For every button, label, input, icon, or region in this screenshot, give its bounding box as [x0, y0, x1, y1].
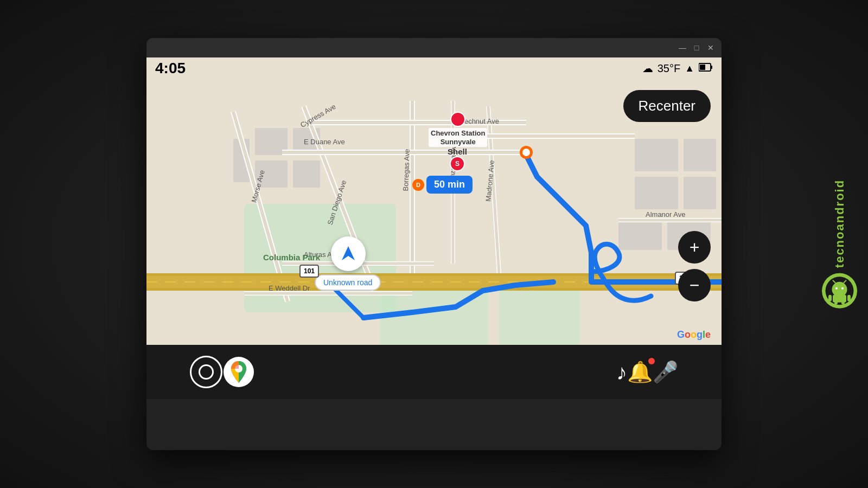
status-time: 4:05	[155, 60, 186, 77]
notifications-button[interactable]: 🔔	[627, 360, 653, 384]
unknown-road-badge: Unknown road	[315, 274, 381, 291]
close-button[interactable]: ✕	[706, 43, 715, 52]
chevron-label: Chevron StationSunnyvale	[429, 128, 487, 147]
battery-icon	[699, 62, 713, 75]
notifications-icon: 🔔	[627, 360, 653, 384]
zoom-in-button[interactable]: +	[678, 231, 711, 264]
svg-rect-55	[828, 295, 832, 301]
microphone-icon: 🎤	[653, 360, 678, 384]
recenter-button[interactable]: Recenter	[623, 90, 711, 122]
map-area: 4:05 ☁ 35°F ▲ Recenter C	[146, 57, 722, 345]
svg-rect-58	[841, 301, 845, 305]
brand-text: tecnoandroid	[833, 179, 847, 268]
svg-rect-43	[711, 66, 712, 69]
home-button[interactable]	[190, 356, 222, 388]
e-weddell-dr-label: E Weddell Dr	[269, 284, 310, 292]
svg-rect-9	[684, 139, 716, 171]
status-right: ☁ 35°F ▲	[642, 62, 713, 75]
svg-rect-3	[499, 291, 580, 345]
svg-point-49	[832, 282, 847, 297]
nav-bar: ♪ 🔔 🎤	[146, 345, 722, 399]
google-e: e	[705, 329, 711, 340]
svg-rect-12	[618, 220, 662, 250]
svg-rect-57	[834, 301, 838, 305]
status-bar: 4:05 ☁ 35°F ▲	[146, 57, 722, 79]
maximize-button[interactable]: □	[692, 43, 701, 52]
music-icon: ♪	[616, 360, 627, 384]
svg-rect-54	[833, 295, 846, 303]
title-bar: — □ ✕	[146, 38, 722, 57]
brand-logo	[822, 273, 857, 309]
svg-point-50	[835, 287, 838, 290]
temperature: 35°F	[658, 62, 680, 75]
svg-rect-7	[293, 160, 320, 188]
nav-arrow-marker	[331, 236, 366, 271]
weather-icon: ☁	[642, 62, 653, 75]
columbia-park-label: Columbia Park	[263, 253, 320, 262]
google-g2: g	[697, 329, 703, 340]
e-duane-ave-label: E Duane Ave	[304, 138, 345, 146]
google-g: G	[677, 329, 685, 340]
time-badge: 50 min	[426, 176, 473, 194]
road-101-badge-left: 101	[299, 265, 319, 278]
zoom-container: + −	[678, 231, 711, 301]
svg-rect-8	[635, 139, 678, 171]
almanor-ave-label: Almanor Ave	[646, 210, 685, 219]
shell-label: Shell	[448, 147, 467, 156]
shell-marker: Shell S	[448, 147, 467, 171]
maps-button[interactable]	[222, 356, 255, 388]
home-inner-circle	[199, 364, 214, 380]
google-o1: o	[685, 329, 691, 340]
zoom-out-button[interactable]: −	[678, 269, 711, 301]
google-logo: Google	[677, 329, 711, 341]
shell-pin: S	[450, 156, 465, 171]
svg-rect-56	[847, 295, 851, 301]
outer-frame: — □ ✕	[0, 0, 868, 488]
music-button[interactable]: ♪	[616, 360, 627, 384]
microphone-button[interactable]: 🎤	[653, 360, 678, 384]
dennys-marker: D 50 min	[412, 176, 473, 194]
svg-rect-10	[635, 177, 678, 209]
google-o2: o	[691, 329, 697, 340]
borregas-ave-label: Borregas Ave	[401, 149, 411, 191]
chevron-marker: Chevron StationSunnyvale	[429, 112, 487, 147]
svg-point-41	[522, 149, 530, 156]
minimize-button[interactable]: —	[678, 43, 687, 52]
home-circle	[190, 356, 222, 388]
brand-right: tecnoandroid	[822, 179, 857, 309]
dennys-icon: D	[412, 179, 424, 191]
chevron-pin	[450, 112, 465, 127]
svg-rect-44	[700, 65, 705, 70]
svg-rect-11	[684, 177, 716, 209]
aa-window: — □ ✕	[146, 38, 722, 450]
svg-point-51	[841, 287, 844, 290]
svg-marker-45	[342, 246, 355, 260]
signal-icon: ▲	[685, 63, 694, 74]
nav-arrow-icon	[331, 236, 366, 271]
